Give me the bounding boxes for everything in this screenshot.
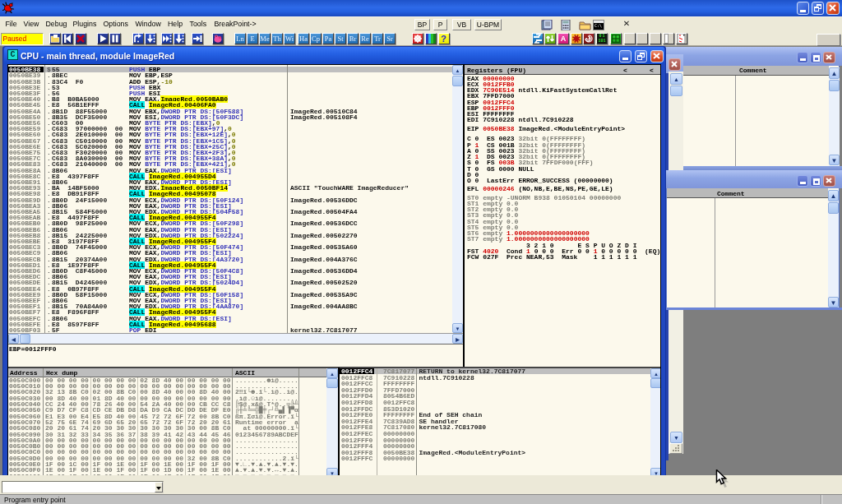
svg-text:C:\: C:\ — [594, 23, 602, 28]
